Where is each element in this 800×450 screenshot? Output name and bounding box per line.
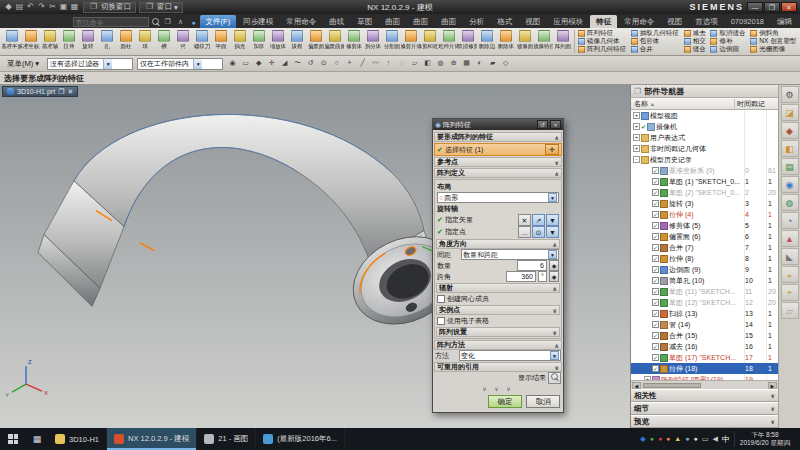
snap-option-icon[interactable]: ▦ xyxy=(461,58,472,69)
select-hand-icon[interactable]: ✛ xyxy=(545,144,559,155)
close-icon[interactable]: × xyxy=(550,120,561,129)
collapse-icon[interactable]: ∧ xyxy=(554,342,559,349)
cancel-button[interactable]: 取消 xyxy=(526,395,560,408)
ribbon-tab[interactable]: 编辑 xyxy=(771,15,798,28)
expander-icon[interactable]: + xyxy=(644,376,651,380)
section-instance-points[interactable]: 实例点∨ xyxy=(436,305,560,315)
feature-tree-row[interactable]: ✓ 修剪体 (5) 5 1 xyxy=(631,220,778,231)
snap-option-icon[interactable]: ⊙ xyxy=(318,58,329,69)
expander-icon[interactable]: + xyxy=(633,123,640,130)
more-options-icon[interactable]: ∨ ∨ ∨ xyxy=(434,384,562,393)
expander-icon[interactable]: + xyxy=(633,134,640,141)
ribbon-button[interactable]: 减去 xyxy=(683,29,708,37)
feature-tree-row[interactable]: ✓ 旋转 (3) 3 1 xyxy=(631,198,778,209)
snap-option-icon[interactable]: ◆ xyxy=(253,58,264,69)
ribbon-tab[interactable]: 曲面 xyxy=(435,15,462,28)
layout-dropdown[interactable]: ○ 圆形 ▼ xyxy=(437,192,559,203)
reset-icon[interactable]: ↺ xyxy=(537,120,548,129)
resource-bar-button[interactable]: ◉ xyxy=(781,176,799,193)
part-navigator-header[interactable]: ❐ 部件导航器 xyxy=(631,85,778,98)
feature-tree-row[interactable]: + 模型视图 xyxy=(631,110,778,121)
horizontal-scrollbar[interactable]: ◀ ▶ xyxy=(631,380,778,389)
ribbon-button[interactable]: 包容体 xyxy=(630,37,681,45)
feature-checkbox[interactable]: ✓ xyxy=(652,310,659,317)
close-button[interactable]: ✕ xyxy=(781,2,797,12)
selection-scope-dropdown[interactable]: 仅在工作部件内 ▼ xyxy=(137,58,223,70)
spacing-dropdown[interactable]: 数量和跨距 ▼ xyxy=(461,249,559,260)
feature-tree-row[interactable]: ✓ 草图 (1) "SKETCH_0... 1 1 xyxy=(631,176,778,187)
ribbon-button[interactable]: 拉伸 xyxy=(59,29,78,54)
help-icon[interactable]: ● xyxy=(189,19,199,26)
feature-tree-row[interactable]: ✓ 拉伸 (8) 8 1 xyxy=(631,253,778,264)
snap-option-icon[interactable]: ◇ xyxy=(500,58,511,69)
ribbon-button[interactable]: 拔模 xyxy=(287,29,306,54)
feature-checkbox[interactable]: ✓ xyxy=(652,321,659,328)
tray-icon[interactable]: ◆ xyxy=(640,434,645,444)
navigator-column-headers[interactable]: 名称 ▲ 时间戳记 xyxy=(631,98,778,110)
feature-checkbox[interactable]: ✓ xyxy=(652,211,659,218)
ribbon-button[interactable]: 镜像特征 xyxy=(534,29,553,54)
ribbon-button[interactable]: 分割面 xyxy=(382,29,401,54)
ribbon-button[interactable]: 拆分体 xyxy=(363,29,382,54)
ribbon-tab[interactable]: 首选项 xyxy=(689,15,724,28)
spreadsheet-checkbox[interactable] xyxy=(437,317,445,325)
quick-access-icon[interactable]: ▦ xyxy=(69,1,80,13)
resource-bar-button[interactable]: ◣ xyxy=(781,248,799,265)
collapsed-section[interactable]: 预览 ∨ xyxy=(631,415,778,428)
feature-checkbox[interactable]: ✓ xyxy=(652,343,659,350)
snap-option-icon[interactable]: ✛ xyxy=(266,58,277,69)
ribbon-button[interactable]: 修剪体 xyxy=(344,29,363,54)
feature-tree-row[interactable]: ✓ 减去 (16) 16 1 xyxy=(631,341,778,352)
feature-checkbox[interactable]: ✓ xyxy=(652,288,659,295)
resource-bar-button[interactable]: ◍ xyxy=(781,194,799,211)
ribbon-tab[interactable]: 应用模块 xyxy=(547,15,589,28)
show-result-button[interactable] xyxy=(548,372,561,384)
expander-icon[interactable]: + xyxy=(633,112,640,119)
ribbon-button[interactable]: NX 创意塑型 xyxy=(749,37,798,45)
ribbon-tab[interactable]: 草图 xyxy=(351,15,378,28)
ribbon-button[interactable]: 螺纹刀 xyxy=(192,29,211,54)
snap-option-icon[interactable]: ◧ xyxy=(422,58,433,69)
ribbon-button[interactable]: 基准平面 xyxy=(2,29,21,54)
feature-checkbox[interactable]: ✓ xyxy=(652,255,659,262)
chevron-down-icon[interactable]: ▼ xyxy=(546,226,559,238)
section-pattern-settings[interactable]: 阵列设置∨ xyxy=(436,327,560,337)
snap-option-icon[interactable]: 〰 xyxy=(370,58,381,69)
count-input[interactable]: 6 xyxy=(517,260,547,271)
section-radiate[interactable]: 辐射∧ xyxy=(436,283,560,293)
feature-checkbox[interactable]: ✓ xyxy=(652,233,659,240)
snap-option-icon[interactable]: ◌ xyxy=(396,58,407,69)
ribbon-button[interactable]: 缩放体 xyxy=(268,29,287,54)
minimize-ribbon-icon[interactable]: ∧ xyxy=(176,18,186,26)
feature-tree-row[interactable]: ✓ 草图 (12) "SKETCH... 12 20 xyxy=(631,297,778,308)
ribbon-tab[interactable]: 曲面 xyxy=(407,15,434,28)
ribbon-button[interactable]: 相交 xyxy=(683,37,708,45)
ribbon-button[interactable]: 槽 xyxy=(154,29,173,54)
ime-indicator[interactable]: 中 xyxy=(722,434,730,445)
ribbon-options-icon[interactable]: ❐ xyxy=(163,18,173,26)
snap-option-icon[interactable]: ◢ xyxy=(279,58,290,69)
section-features-to-pattern[interactable]: 要形成阵列的特征∧ xyxy=(434,132,562,142)
tray-icon[interactable]: ● xyxy=(685,434,689,444)
detach-icon[interactable]: ❐ xyxy=(58,88,64,96)
feature-checkbox[interactable]: ✓ xyxy=(652,332,659,339)
ribbon-tab[interactable]: 视图 xyxy=(661,15,688,28)
feature-tree-row[interactable]: ✓ 合并 (15) 15 1 xyxy=(631,330,778,341)
ribbon-button[interactable]: 镜像几何体 xyxy=(577,37,628,45)
feature-tree-row[interactable]: ✓ 拉伸 (18) 18 1 xyxy=(631,363,778,374)
collapsed-section[interactable]: 相关性 ∨ xyxy=(631,389,778,402)
feature-checkbox[interactable]: ✓ xyxy=(652,189,659,196)
snap-option-icon[interactable]: 〜 xyxy=(292,58,303,69)
tray-icon[interactable]: ▭ xyxy=(702,434,709,444)
feature-checkbox[interactable]: ✓ xyxy=(652,277,659,284)
snap-option-icon[interactable]: ▱ xyxy=(409,58,420,69)
scroll-left-icon[interactable]: ◀ xyxy=(632,382,641,389)
taskbar-task[interactable]: 21 - 画图 xyxy=(197,428,256,450)
ribbon-button[interactable]: 阵列几何特征 xyxy=(577,46,628,54)
feature-checkbox[interactable]: ✓ xyxy=(652,200,659,207)
feature-tree-row[interactable]: ✓ 扫掠 (13) 13 1 xyxy=(631,308,778,319)
quick-access-icon[interactable]: ◆ xyxy=(3,1,14,13)
vector-reverse-icon[interactable]: ✕ xyxy=(518,214,531,226)
snap-option-icon[interactable]: ⊕ xyxy=(448,58,459,69)
feature-checkbox[interactable]: ✓ xyxy=(652,354,659,361)
